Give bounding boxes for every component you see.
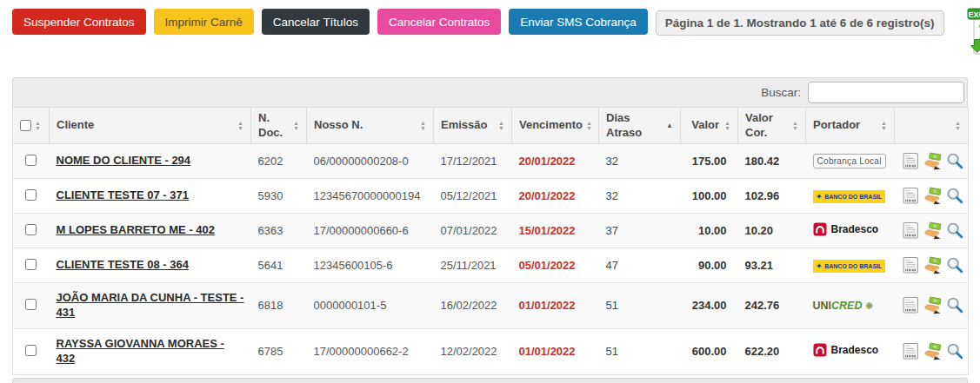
header-vencimento[interactable]: Vencimento ▲▼ bbox=[512, 108, 599, 144]
cell-valor-cor: 622.20 bbox=[738, 328, 806, 374]
row-checkbox[interactable] bbox=[25, 345, 37, 356]
cell-dias-atraso: 51 bbox=[599, 283, 681, 329]
magnifier-icon[interactable] bbox=[945, 187, 964, 205]
client-link[interactable]: JOÃO MARIA DA CUNHA - TESTE - 431 bbox=[57, 291, 244, 320]
cell-n-doc: 6785 bbox=[251, 328, 307, 374]
magnifier-icon[interactable] bbox=[945, 152, 964, 170]
cell-select bbox=[13, 144, 50, 179]
bradesco-logo-icon bbox=[813, 343, 827, 357]
magnifier-icon[interactable] bbox=[945, 256, 964, 274]
header-portador[interactable]: Portador ▲▼ bbox=[806, 108, 895, 144]
client-link[interactable]: NOME DO CLIENTE - 294 bbox=[57, 154, 191, 168]
search-input[interactable] bbox=[808, 82, 964, 103]
cell-vencimento: 05/01/2022 bbox=[512, 248, 599, 283]
row-checkbox[interactable] bbox=[25, 224, 37, 235]
search-label: Buscar: bbox=[761, 86, 801, 99]
row-checkbox[interactable] bbox=[25, 189, 37, 201]
client-link[interactable]: CLIENTE TESTE 07 - 371 bbox=[57, 188, 189, 203]
sort-icon: ▲▼ bbox=[420, 121, 426, 131]
header-valor-cor[interactable]: Valor Cor. ▲▼ bbox=[738, 108, 806, 144]
cancelar-titulos-button[interactable]: Cancelar Títulos bbox=[262, 9, 370, 35]
portador-banco-do-brasil-badge: ✦ BANCO DO BRASIL bbox=[813, 190, 886, 203]
payment-hand-icon[interactable] bbox=[923, 187, 943, 205]
sort-icon: ▲▼ bbox=[724, 121, 730, 131]
sort-icon: ▲▼ bbox=[792, 121, 798, 131]
header-n-doc[interactable]: N. Doc. ▲▼ bbox=[251, 108, 307, 144]
cell-portador: ✦ BANCO DO BRASIL bbox=[806, 179, 895, 214]
cell-valor: 600.00 bbox=[681, 328, 738, 374]
cell-vencimento: 01/01/2022 bbox=[512, 283, 599, 329]
boleto-document-icon[interactable] bbox=[902, 256, 921, 274]
cell-select bbox=[13, 248, 50, 283]
cell-nosso-n: 0000000101-5 bbox=[307, 283, 434, 329]
cell-select bbox=[13, 179, 50, 214]
cell-nosso-n: 12345670000000194 bbox=[307, 179, 434, 214]
cell-cliente: CLIENTE TESTE 08 - 364 bbox=[50, 248, 251, 283]
header-select-all[interactable]: ▲▼ bbox=[13, 108, 50, 144]
suspender-contratos-button[interactable]: Suspender Contratos bbox=[12, 9, 146, 35]
cell-dias-atraso: 37 bbox=[599, 214, 681, 248]
cell-emissao: 12/02/2022 bbox=[434, 328, 512, 374]
row-checkbox[interactable] bbox=[25, 299, 37, 310]
header-dias-atraso[interactable]: Dias Atraso ▲ bbox=[599, 108, 681, 144]
payment-hand-icon[interactable] bbox=[923, 256, 943, 274]
imprimir-carne-button[interactable]: Imprimir Carnê bbox=[154, 9, 254, 35]
cell-cliente: CLIENTE TESTE 07 - 371 bbox=[50, 179, 251, 214]
grid-search-bar: Buscar: bbox=[12, 77, 968, 107]
payment-hand-icon[interactable] bbox=[923, 296, 943, 314]
cell-actions bbox=[895, 328, 969, 374]
cell-cliente: RAYSSA GIOVANNA MORAES - 432 bbox=[50, 328, 251, 374]
header-emissao[interactable]: Emissão ▲▼ bbox=[434, 108, 512, 144]
cell-emissao: 05/12/2021 bbox=[434, 179, 512, 214]
cell-emissao: 16/02/2022 bbox=[434, 283, 512, 329]
cancelar-contratos-button[interactable]: Cancelar Contratos bbox=[377, 9, 501, 35]
header-actions[interactable]: ▲▼ bbox=[895, 108, 969, 144]
cell-cliente: JOÃO MARIA DA CUNHA - TESTE - 431 bbox=[50, 283, 251, 329]
boleto-document-icon[interactable] bbox=[902, 152, 921, 170]
boleto-document-icon[interactable] bbox=[902, 342, 921, 360]
portador-banco-do-brasil-badge: ✦ BANCO DO BRASIL bbox=[813, 260, 886, 273]
enviar-sms-cobranca-button[interactable]: Enviar SMS Cobrança bbox=[509, 9, 648, 35]
sort-icon: ▲▼ bbox=[293, 121, 299, 131]
row-checkbox[interactable] bbox=[25, 155, 37, 166]
payment-hand-icon[interactable] bbox=[923, 342, 943, 360]
row-checkbox[interactable] bbox=[25, 259, 37, 270]
cell-n-doc: 5930 bbox=[251, 179, 307, 214]
client-link[interactable]: CLIENTE TESTE 08 - 364 bbox=[57, 258, 189, 273]
client-link[interactable]: RAYSSA GIOVANNA MORAES - 432 bbox=[57, 337, 244, 366]
sort-icon: ▲▼ bbox=[498, 121, 504, 131]
header-cliente[interactable]: Cliente ▲▼ bbox=[50, 108, 251, 144]
sort-icon: ▲▼ bbox=[955, 121, 961, 131]
cell-vencimento: 15/01/2022 bbox=[512, 214, 599, 248]
table-row: M LOPES BARRETO ME - 402 6363 17/0000000… bbox=[13, 214, 969, 248]
cell-actions bbox=[895, 179, 969, 214]
cell-actions bbox=[895, 283, 969, 329]
table-row: RAYSSA GIOVANNA MORAES - 432 6785 17/000… bbox=[13, 328, 969, 374]
table-row: CLIENTE TESTE 07 - 371 5930 123456700000… bbox=[13, 179, 969, 214]
boleto-document-icon[interactable] bbox=[902, 187, 921, 205]
magnifier-icon[interactable] bbox=[945, 221, 964, 240]
table-header-row: ▲▼ Cliente ▲▼ N. Doc. ▲▼ Nosso N. ▲▼ Emi… bbox=[13, 108, 969, 144]
boleto-document-icon[interactable] bbox=[902, 296, 921, 314]
magnifier-icon[interactable] bbox=[945, 296, 964, 314]
sort-icon: ▲▼ bbox=[586, 121, 592, 131]
cell-select bbox=[13, 328, 50, 374]
payment-hand-icon[interactable] bbox=[923, 221, 943, 240]
client-link[interactable]: M LOPES BARRETO ME - 402 bbox=[57, 223, 216, 238]
contracts-grid: Buscar: ▲▼ Cliente ▲▼ bbox=[12, 77, 968, 383]
select-all-checkbox[interactable] bbox=[20, 120, 31, 131]
cell-select bbox=[13, 214, 50, 248]
portador-bradesco-badge: Bradesco bbox=[813, 222, 879, 236]
cell-valor: 100.00 bbox=[681, 179, 738, 214]
grid-footer-bar bbox=[12, 378, 968, 383]
pagination-status: Página 1 de 1. Mostrando 1 até 6 de 6 re… bbox=[656, 10, 944, 36]
header-valor[interactable]: Valor ▲▼ bbox=[681, 108, 738, 144]
boleto-document-icon[interactable] bbox=[902, 221, 921, 240]
cell-valor: 90.00 bbox=[681, 248, 738, 283]
header-nosso-n[interactable]: Nosso N. ▲▼ bbox=[307, 108, 434, 144]
magnifier-icon[interactable] bbox=[945, 342, 964, 360]
cell-n-doc: 5641 bbox=[251, 248, 307, 283]
excel-export-icon[interactable]: EXCEL Excel bbox=[966, 7, 980, 59]
cell-cliente: NOME DO CLIENTE - 294 bbox=[50, 144, 251, 179]
payment-hand-icon[interactable] bbox=[923, 152, 943, 170]
